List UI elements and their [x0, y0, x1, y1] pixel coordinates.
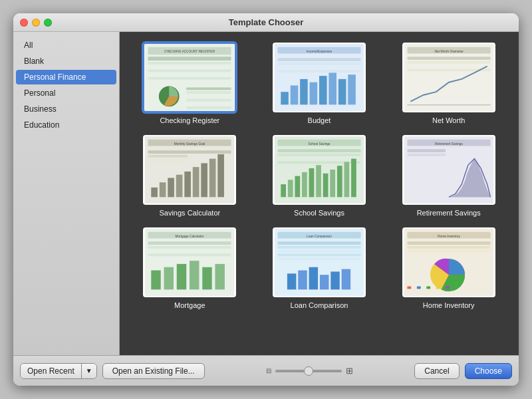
svg-rect-39 — [407, 72, 490, 75]
template-item-mortgage[interactable]: Mortgage Calculator Mortgage — [130, 227, 249, 309]
svg-rect-74 — [351, 159, 356, 198]
template-item-net-worth[interactable]: Net Worth Overview Net Worth — [389, 43, 508, 124]
svg-rect-85 — [148, 246, 231, 249]
svg-rect-64 — [281, 184, 286, 197]
svg-rect-51 — [209, 159, 216, 198]
action-buttons: Cancel Choose — [414, 363, 512, 379]
cancel-button[interactable]: Cancel — [414, 363, 459, 379]
svg-rect-78 — [407, 149, 446, 152]
svg-rect-8 — [148, 77, 231, 80]
template-item-budget[interactable]: Income/Expenses Budget — [260, 43, 379, 124]
svg-rect-23 — [310, 82, 318, 105]
titlebar: Template Chooser — [13, 13, 519, 32]
svg-rect-89 — [152, 271, 161, 290]
template-item-checking-register[interactable]: CHECKING ACCOUNT REGISTER Checking Regis… — [130, 43, 249, 124]
svg-rect-117 — [417, 287, 421, 289]
svg-rect-28 — [277, 58, 360, 61]
svg-rect-86 — [148, 250, 231, 253]
template-label-school-savings: School Savings — [294, 209, 344, 217]
template-label-mortgage: Mortgage — [174, 301, 205, 309]
svg-rect-72 — [337, 166, 342, 197]
svg-rect-73 — [344, 162, 349, 197]
close-button[interactable] — [20, 19, 28, 27]
svg-rect-29 — [277, 63, 360, 65]
svg-rect-21 — [291, 86, 299, 105]
template-label-savings-calculator: Savings Calculator — [159, 209, 220, 217]
minimize-button[interactable] — [32, 19, 40, 27]
template-item-retirement-savings[interactable]: Retirement Savings Retirement Savings — [389, 135, 508, 217]
svg-rect-100 — [277, 250, 360, 253]
svg-rect-105 — [309, 267, 318, 290]
svg-rect-3 — [148, 57, 231, 61]
template-item-savings-calculator[interactable]: Monthly Savings Goal Savings Calculator — [130, 135, 249, 217]
svg-text:Mortgage Calculator: Mortgage Calculator — [176, 235, 205, 238]
zoom-large-icon: ⊞ — [346, 366, 353, 376]
svg-rect-102 — [277, 257, 360, 260]
svg-rect-71 — [330, 170, 335, 197]
template-label-budget: Budget — [308, 116, 331, 124]
svg-rect-44 — [152, 188, 158, 197]
svg-rect-84 — [148, 241, 231, 245]
svg-rect-55 — [148, 159, 188, 162]
sidebar-item-education[interactable]: Education — [16, 118, 116, 132]
template-thumb-school-savings: School Savings — [273, 135, 366, 205]
zoom-slider-area: ⊟ ⊞ — [210, 366, 410, 376]
zoom-slider[interactable] — [275, 370, 342, 372]
svg-text:School Savings: School Savings — [308, 142, 331, 146]
sidebar-item-blank[interactable]: Blank — [16, 54, 116, 68]
template-grid: CHECKING ACCOUNT REGISTER Checking Regis… — [130, 43, 508, 309]
template-item-home-inventory[interactable]: Home Inventory Home Inventory — [389, 227, 508, 309]
main-content: AllBlankPersonal FinancePersonalBusiness… — [13, 32, 519, 355]
svg-rect-98 — [277, 241, 360, 245]
svg-rect-107 — [331, 271, 339, 289]
svg-rect-15 — [187, 102, 231, 105]
template-thumb-net-worth: Net Worth Overview — [402, 43, 495, 112]
svg-rect-60 — [277, 154, 360, 156]
svg-rect-25 — [329, 72, 336, 104]
svg-rect-116 — [407, 287, 411, 289]
template-item-loan-comparison[interactable]: Loan Comparison Loan Comparison — [260, 227, 379, 309]
svg-rect-36 — [407, 61, 490, 64]
sidebar-item-all[interactable]: All — [16, 38, 116, 53]
svg-text:Home Inventory: Home Inventory — [438, 235, 460, 238]
svg-rect-103 — [287, 273, 296, 289]
template-item-school-savings[interactable]: School Savings School Savings — [260, 135, 379, 217]
maximize-button[interactable] — [44, 19, 52, 27]
svg-rect-45 — [160, 182, 166, 197]
svg-rect-14 — [187, 99, 231, 102]
sidebar-item-business[interactable]: Business — [16, 102, 116, 116]
svg-rect-112 — [407, 241, 490, 245]
svg-rect-6 — [148, 69, 231, 72]
template-thumb-savings-calculator: Monthly Savings Goal — [143, 135, 236, 205]
template-thumb-checking-register: CHECKING ACCOUNT REGISTER — [143, 43, 236, 112]
svg-rect-91 — [177, 264, 186, 289]
open-recent-button[interactable]: Open Recent — [21, 364, 82, 378]
svg-rect-106 — [320, 275, 329, 289]
template-label-retirement-savings: Retirement Savings — [417, 209, 481, 217]
svg-text:CHECKING ACCOUNT REGISTER: CHECKING ACCOUNT REGISTER — [164, 50, 215, 53]
open-recent-dropdown-arrow[interactable]: ▼ — [82, 364, 96, 378]
svg-rect-94 — [215, 264, 225, 289]
sidebar-item-personal-finance[interactable]: Personal Finance — [16, 70, 116, 84]
svg-rect-20 — [281, 92, 289, 104]
svg-rect-53 — [148, 150, 231, 154]
svg-text:Retirement Savings: Retirement Savings — [435, 142, 463, 146]
svg-rect-31 — [277, 70, 360, 72]
svg-rect-68 — [309, 168, 315, 197]
template-label-home-inventory: Home Inventory — [423, 301, 475, 309]
svg-rect-79 — [407, 154, 446, 156]
svg-rect-32 — [404, 44, 493, 111]
svg-rect-26 — [338, 79, 346, 104]
svg-rect-93 — [203, 267, 212, 290]
open-existing-button[interactable]: Open an Existing File... — [102, 363, 205, 379]
choose-button[interactable]: Choose — [465, 363, 512, 379]
svg-rect-9 — [148, 81, 231, 84]
template-label-loan-comparison: Loan Comparison — [291, 301, 348, 309]
svg-rect-40 — [407, 104, 490, 105]
open-recent-split-button[interactable]: Open Recent ▼ — [20, 363, 97, 379]
svg-rect-59 — [277, 149, 360, 152]
svg-rect-11 — [187, 87, 231, 90]
template-thumb-loan-comparison: Loan Comparison — [273, 227, 366, 297]
sidebar-item-personal[interactable]: Personal — [16, 86, 116, 100]
svg-text:Net Worth Overview: Net Worth Overview — [434, 50, 463, 53]
